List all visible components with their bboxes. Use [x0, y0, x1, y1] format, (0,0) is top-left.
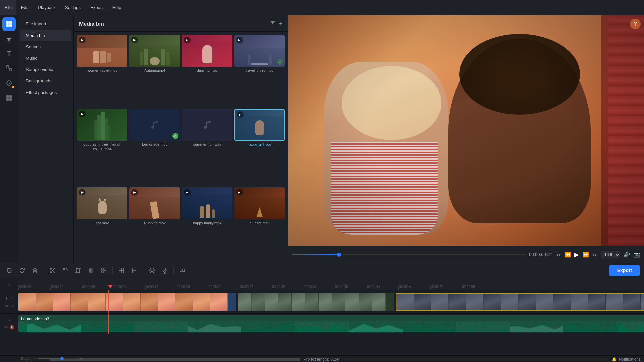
- scale-plus-icon[interactable]: +: [80, 356, 83, 361]
- sidebar-text-btn[interactable]: T: [2, 47, 16, 60]
- ruler-mark-36: 00:00:36: [304, 285, 317, 289]
- project-length-value: 01:44: [330, 357, 340, 362]
- skip-to-start-button[interactable]: ⏮: [555, 252, 561, 258]
- media-item-cat[interactable]: ▶ cat.mov: [77, 187, 127, 259]
- notifications-area[interactable]: 🔔 Notifications: [608, 357, 644, 362]
- media-item-dancing[interactable]: ▶ dancing.mov: [182, 35, 232, 107]
- eye-audio-icon[interactable]: 👁: [4, 325, 8, 330]
- sidebar-item-sample-videos[interactable]: Sample videos: [20, 64, 71, 75]
- help-button[interactable]: ?: [630, 19, 641, 29]
- media-item-running[interactable]: ▶ Running.mov: [129, 187, 180, 259]
- timeline-scrollbar-thumb[interactable]: [50, 358, 331, 361]
- separator-4: [173, 266, 174, 275]
- add-track-icon[interactable]: +: [7, 281, 10, 287]
- progress-thumb[interactable]: [337, 253, 341, 257]
- menu-file[interactable]: File: [0, 0, 16, 15]
- rotate-button[interactable]: [60, 265, 71, 276]
- video-track[interactable]: [18, 290, 644, 314]
- menu-export[interactable]: Export: [86, 0, 108, 15]
- ruler-mark-40: 00:00:40: [335, 285, 348, 289]
- menu-edit[interactable]: Edit: [16, 0, 33, 15]
- clip-happy-girl[interactable]: [396, 293, 644, 311]
- audio-track[interactable]: Lemonade.mp3: [18, 314, 644, 334]
- aspect-ratio-select[interactable]: 16:9 4:3 1:1 9:16: [601, 251, 620, 258]
- layout-button[interactable]: [116, 265, 127, 276]
- panel-sidebar: File import Media bin Sounds Music Sampl…: [18, 15, 74, 263]
- svg-rect-39: [180, 269, 182, 272]
- media-item-label: Sunset.mov: [234, 221, 285, 227]
- svg-rect-36: [164, 268, 165, 271]
- export-button[interactable]: Export: [609, 265, 640, 276]
- record-button[interactable]: [147, 265, 157, 276]
- filter-icon[interactable]: [270, 20, 275, 28]
- filter-button[interactable]: [98, 265, 109, 276]
- media-item-happy-girl[interactable]: ▶ happy-girl.mov: [234, 109, 285, 186]
- media-item-douglas[interactable]: ▶ douglas-fir-tree_-yqndl-zh__D.mp4: [77, 109, 127, 186]
- audio-track-icon[interactable]: ◁: [10, 304, 13, 308]
- media-item-lemonade[interactable]: ✓ Lemonade.mp3: [129, 109, 180, 186]
- prev-frame-button[interactable]: ⏪: [564, 251, 571, 258]
- playhead-triangle-ruler: [108, 285, 113, 288]
- media-item-women-tablet[interactable]: ▶ women tablet.mov: [77, 35, 127, 107]
- volume-button[interactable]: 🔊: [623, 251, 630, 258]
- flag-button[interactable]: [129, 265, 140, 276]
- scale-minus-icon[interactable]: −: [34, 356, 36, 361]
- sidebar-item-effect-packages[interactable]: Effect packages: [20, 87, 71, 98]
- crop-button[interactable]: [73, 265, 84, 276]
- ruler-mark-20: 00:00:20: [177, 285, 190, 289]
- media-item-happy-family[interactable]: ▶ happy family.mp4: [182, 187, 232, 259]
- svg-rect-0: [6, 21, 9, 24]
- snapshot-button[interactable]: 📷: [633, 251, 640, 258]
- next-frame-button[interactable]: ⏩: [582, 251, 589, 258]
- menu-settings[interactable]: Settings: [60, 0, 86, 15]
- timeline-section: Export + T ⇄ 👁 ◁ ♪: [0, 263, 644, 362]
- sidebar-item-media-bin[interactable]: Media bin: [20, 30, 71, 41]
- media-item-autumn[interactable]: ▶ Autumn.mp4: [129, 35, 180, 107]
- scale-slider-thumb[interactable]: [60, 357, 64, 360]
- sidebar-pin-btn[interactable]: [2, 32, 16, 46]
- delete-button[interactable]: [30, 265, 40, 276]
- sidebar-item-music[interactable]: Music: [20, 53, 71, 64]
- menu-help[interactable]: Help: [108, 0, 126, 15]
- media-item-travel[interactable]: ▶ ✓ travel_video.mov: [234, 35, 285, 107]
- clip-lemonade-audio[interactable]: Lemonade.mp3: [18, 315, 644, 332]
- scale-label: Scale:: [21, 357, 32, 361]
- scale-slider-fill: [38, 358, 62, 359]
- progress-bar[interactable]: [292, 254, 526, 255]
- sidebar-effects-btn[interactable]: [2, 91, 16, 105]
- redo-button[interactable]: [17, 265, 28, 276]
- media-bin-header: Media bin +: [74, 15, 288, 32]
- media-grid: ▶ women tablet.mov ▶: [74, 32, 288, 263]
- menu-playback[interactable]: Playback: [33, 0, 60, 15]
- progress-fill: [292, 254, 339, 255]
- sidebar-clock-btn[interactable]: [2, 76, 16, 90]
- video-track-label: T ⇄ 👁 ◁: [0, 290, 18, 314]
- voiceover-button[interactable]: [159, 265, 170, 276]
- sidebar-transitions-btn[interactable]: [2, 62, 16, 75]
- split-button[interactable]: [177, 265, 188, 276]
- color-button[interactable]: [86, 265, 96, 276]
- sidebar-item-backgrounds[interactable]: Backgrounds: [20, 75, 71, 86]
- sidebar-item-file-import[interactable]: File import: [20, 18, 71, 29]
- icon-sidebar: T: [0, 15, 18, 263]
- add-media-icon[interactable]: +: [279, 20, 283, 28]
- playhead-video: [108, 290, 109, 313]
- mute-audio-icon[interactable]: 🔇: [9, 325, 14, 330]
- media-item-sunset[interactable]: ▶ Sunset.mov: [234, 187, 285, 259]
- scale-slider[interactable]: [38, 358, 78, 359]
- play-pause-button[interactable]: ▶: [574, 251, 579, 258]
- eye-track-icon[interactable]: 👁: [5, 304, 9, 308]
- clip-travel-video[interactable]: [238, 293, 394, 311]
- cut-button[interactable]: [47, 265, 58, 276]
- menu-bar: File Edit Playback Settings Export Help: [0, 0, 644, 15]
- timeline-content: 00:00:00 00:00:04 00:00:08 00:00:12 00:0…: [18, 278, 644, 355]
- media-item-summer-fun[interactable]: summer_fun.wav: [182, 109, 232, 186]
- timeline-main: + T ⇄ 👁 ◁ ♪ 👁 🔇: [0, 278, 644, 355]
- skip-to-end-button[interactable]: ⏭: [592, 252, 598, 258]
- sidebar-media-btn[interactable]: [2, 17, 16, 31]
- clip-women-tablet[interactable]: [18, 293, 236, 311]
- timeline-add-track[interactable]: +: [0, 278, 18, 290]
- timeline-ruler[interactable]: 00:00:00 00:00:04 00:00:08 00:00:12 00:0…: [18, 278, 644, 290]
- sidebar-item-sounds[interactable]: Sounds: [20, 41, 71, 52]
- undo-button[interactable]: [4, 265, 15, 276]
